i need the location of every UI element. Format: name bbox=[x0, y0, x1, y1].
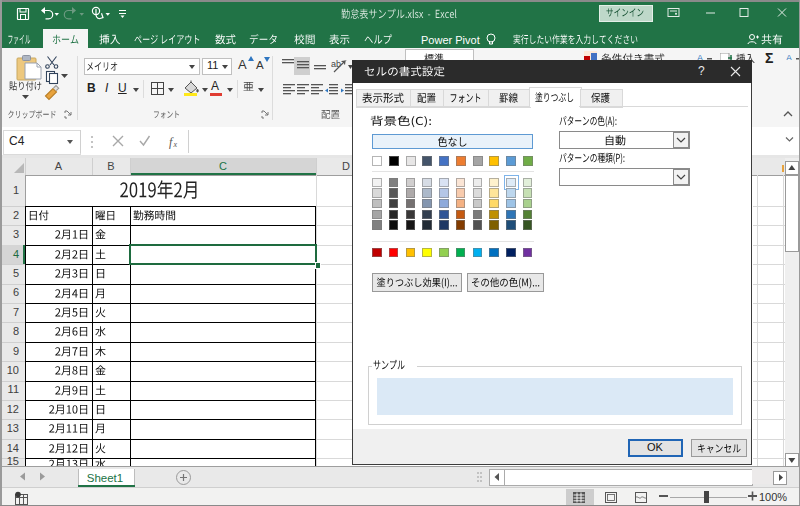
svg-text:ab: ab bbox=[331, 59, 341, 69]
svg-text:A: A bbox=[786, 53, 792, 60]
svg-text:x: x bbox=[173, 140, 178, 149]
